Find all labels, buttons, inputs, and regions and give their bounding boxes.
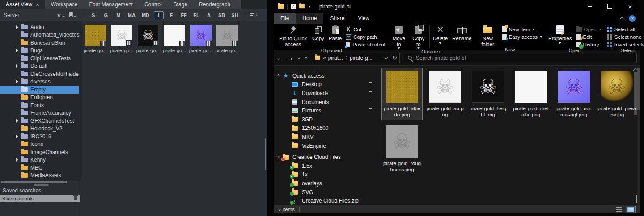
easy-access-button[interactable]: Easy access	[500, 33, 545, 40]
filter-f[interactable]: F	[166, 11, 176, 19]
select-none-button[interactable]: Select none	[605, 33, 644, 40]
tab-workspace[interactable]: Workspace ×	[45, 0, 84, 9]
tree-item-mbc[interactable]: MBC	[0, 164, 82, 172]
asset-pirate-go[interactable]: pirate-go...	[216, 25, 238, 53]
history-button[interactable]: History	[574, 41, 603, 48]
file-pirate-gold-albedo-png[interactable]: pirate-gold_albedo.png	[381, 68, 423, 120]
breadcrumb-separator-icon[interactable]	[345, 56, 348, 59]
asset-pirate-go[interactable]: pirate-go...	[111, 25, 132, 53]
tree-item-bugs[interactable]: Bugs	[0, 47, 82, 55]
tab-font-management[interactable]: Font Management ×	[84, 0, 139, 9]
back-icon[interactable]: ←	[277, 55, 283, 61]
breadcrumb[interactable]: « pirat... pirate-g... ↻	[312, 53, 400, 63]
sidebar-item-documents[interactable]: Documents	[274, 98, 377, 107]
file-pirate-gold-metallic-png[interactable]: pirate-gold_metallic.png	[510, 68, 551, 120]
copy-to-button[interactable]: Copy to	[409, 24, 428, 49]
tree-item-empty[interactable]: Empty	[0, 86, 79, 94]
ribbon-tab-file[interactable]: File	[274, 13, 296, 24]
files-scrollbar[interactable]	[637, 67, 640, 205]
details-view-button[interactable]	[614, 206, 624, 213]
filter-md[interactable]: MD	[140, 11, 151, 19]
paste-button[interactable]: Paste	[326, 24, 344, 48]
file-pirate-gold-ao-png[interactable]: pirate-gold_ao.png	[424, 68, 466, 120]
tree-item-audio[interactable]: Audio	[0, 23, 82, 31]
expand-arrow-icon[interactable]	[16, 64, 18, 68]
tree-item-gfxchannelstest[interactable]: GFXChannelsTest	[0, 117, 82, 125]
file-pirate-gold-height-png[interactable]: pirate-gold_height.png	[467, 68, 508, 120]
scrollbar-thumb[interactable]	[637, 68, 640, 110]
sidebar-item-pictures[interactable]: Pictures	[274, 106, 377, 115]
maximize-button[interactable]	[600, 0, 620, 13]
quick-access-toolbar-caret-icon[interactable]	[308, 6, 311, 8]
new-item-button[interactable]: New item	[500, 26, 545, 33]
asset-pane-scrollbar[interactable]	[265, 138, 266, 170]
sidebar-item-1-5x[interactable]: 1.5x	[274, 162, 377, 170]
breadcrumb-current[interactable]: pirate-g...	[350, 55, 373, 61]
search-box[interactable]	[404, 53, 637, 63]
tree-horizontal-scrollbar[interactable]	[1, 181, 78, 183]
ribbon-tab-view[interactable]: View	[351, 13, 376, 24]
filter-m[interactable]: M	[114, 11, 123, 19]
rename-button[interactable]: Rename	[450, 24, 474, 49]
search-input[interactable]	[415, 54, 633, 62]
filter-sb[interactable]: SB	[216, 11, 227, 19]
scrollbar-thumb[interactable]	[1, 181, 67, 183]
ribbon-tab-home[interactable]: Home	[296, 13, 323, 24]
sidebar-item-overlays[interactable]: overlays	[274, 179, 377, 188]
sidebar-item-3gp[interactable]: 3GP	[274, 115, 377, 124]
tree-item-icons[interactable]: Icons	[0, 141, 82, 149]
select-all-button[interactable]: Select all	[605, 26, 644, 33]
move-to-button[interactable]: Move to	[389, 24, 409, 49]
sidebar-item-creative-cloud-files-zip[interactable]: Creative Cloud Files.zip	[274, 196, 377, 205]
quick-access-newfolder-icon[interactable]	[299, 4, 305, 8]
delete-button[interactable]: Delete	[431, 24, 450, 49]
tree-item-mediaassets[interactable]: MediaAssets	[0, 172, 82, 180]
filter-g[interactable]: G	[101, 11, 111, 19]
breadcrumb-parent[interactable]: pirat...	[328, 55, 343, 61]
file-pirate-gold-preview-jpg[interactable]: pirate-gold_preview.jpg	[596, 68, 637, 120]
paste-shortcut-button[interactable]: Paste shortcut	[344, 41, 387, 48]
sidebar-item-desktop[interactable]: Desktop	[274, 80, 377, 89]
forward-icon[interactable]: →	[287, 55, 293, 61]
filter-ma[interactable]: MA	[126, 11, 137, 19]
expand-arrow-icon[interactable]	[16, 135, 18, 138]
minimize-button[interactable]	[580, 0, 600, 13]
sidebar-item-svg[interactable]: SVG	[274, 188, 377, 197]
copy-path-button[interactable]: Copy path	[344, 33, 387, 40]
close-button[interactable]: ×	[620, 0, 640, 13]
sidebar-item-downloads[interactable]: Downloads	[274, 89, 377, 98]
minimize-ribbon-icon[interactable]	[620, 17, 624, 21]
recent-locations-icon[interactable]	[297, 55, 301, 60]
properties-button[interactable]: Properties	[546, 24, 574, 48]
tree-item-diverses[interactable]: diverses	[0, 78, 82, 86]
file-pirate-gold-roughness-png[interactable]: pirate-gold_roughness.png	[381, 123, 423, 175]
open-button[interactable]: Open	[574, 26, 603, 33]
tree-item-automated-videotes[interactable]: Automated_videotes	[0, 31, 82, 39]
filter-fl[interactable]: FL	[191, 11, 201, 19]
tab-control[interactable]: Control ×	[139, 0, 168, 9]
tree-item-kenny[interactable]: Kenny	[0, 156, 82, 164]
asset-pirate-go[interactable]: pirate-go...	[164, 25, 185, 53]
breadcrumb-overflow[interactable]: «	[323, 55, 326, 61]
filter-a[interactable]: A	[204, 11, 214, 19]
asset-pirate-go[interactable]: pirate-go...	[85, 25, 106, 53]
sort-icon[interactable]	[250, 12, 255, 17]
asset-pirate-go[interactable]: pirate-go...	[190, 25, 212, 53]
expand-arrow-icon[interactable]	[16, 49, 18, 52]
help-icon[interactable]	[629, 15, 636, 22]
filter-i[interactable]: I	[154, 11, 164, 19]
expand-arrow-icon[interactable]	[16, 158, 18, 162]
asset-pirate-go[interactable]: pirate-go...	[137, 25, 159, 53]
edit-button[interactable]: Edit	[574, 33, 603, 40]
sidebar-item-mkv[interactable]: MKV	[274, 133, 377, 141]
sidebar-item-quick-access[interactable]: Quick access	[274, 71, 377, 80]
tree-item-frameaccurancy[interactable]: FrameAccurancy	[0, 109, 82, 117]
saved-search-blue-materials[interactable]: Blue materials	[0, 195, 80, 202]
filter-s[interactable]: S	[89, 11, 98, 19]
up-icon[interactable]: ↑	[305, 55, 308, 61]
tree-item-enlighten[interactable]: Enlighten	[0, 94, 82, 102]
tab-close-icon[interactable]: ×	[36, 2, 39, 8]
sidebar-item-1250x1600[interactable]: 1250x1600	[274, 124, 377, 133]
address-dropdown-icon[interactable]	[384, 55, 388, 59]
chevron-down-icon[interactable]	[276, 74, 280, 77]
